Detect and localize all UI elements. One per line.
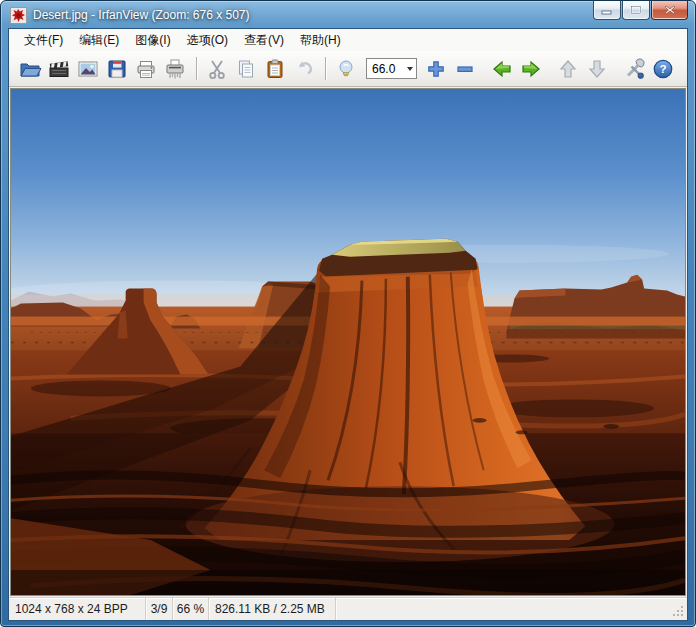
properties-tools-icon	[622, 57, 646, 81]
toolbar-separator	[325, 57, 326, 80]
image-canvas[interactable]	[10, 88, 686, 596]
thumbnails-button[interactable]	[74, 55, 102, 83]
restore-button[interactable]	[622, 1, 650, 20]
resize-grip[interactable]	[673, 606, 685, 618]
copy-button[interactable]	[232, 55, 260, 83]
irfanview-window: Desert.jpg - IrfanView (Zoom: 676 x 507)…	[0, 0, 696, 627]
open-button[interactable]	[16, 55, 44, 83]
zoom-out-button[interactable]	[451, 55, 479, 83]
page-up-button[interactable]	[554, 55, 582, 83]
save-button[interactable]	[103, 55, 131, 83]
window-controls	[592, 1, 688, 20]
toolbar: 66.0	[9, 51, 687, 87]
desert-photo	[11, 89, 685, 595]
next-image-icon	[519, 57, 543, 81]
next-image-button[interactable]	[517, 55, 545, 83]
svg-text:?: ?	[659, 63, 666, 75]
zoom-out-icon	[453, 57, 477, 81]
menu-edit[interactable]: 编辑(E)	[71, 29, 127, 52]
titlebar[interactable]: Desert.jpg - IrfanView (Zoom: 676 x 507)	[1, 1, 695, 29]
menu-image[interactable]: 图像(I)	[127, 29, 178, 52]
zoom-in-icon	[424, 57, 448, 81]
menu-file[interactable]: 文件(F)	[16, 29, 71, 52]
window-title: Desert.jpg - IrfanView (Zoom: 676 x 507)	[33, 8, 250, 22]
slideshow-button[interactable]	[45, 55, 73, 83]
minimize-icon	[601, 6, 613, 15]
previous-image-icon	[490, 57, 514, 81]
copy-icon	[234, 57, 258, 81]
status-empty-panel	[336, 598, 687, 620]
statusbar: 1024 x 768 x 24 BPP 3/9 66 % 826.11 KB /…	[9, 597, 687, 620]
hint-bulb-icon	[334, 57, 358, 81]
delete-shredder-icon	[163, 57, 187, 81]
print-button[interactable]	[132, 55, 160, 83]
cut-icon	[205, 57, 229, 81]
client-area: 文件(F) 编辑(E) 图像(I) 选项(O) 查看(V) 帮助(H)	[9, 29, 687, 620]
undo-icon	[292, 57, 316, 81]
irfanview-logo-icon	[10, 7, 27, 24]
print-icon	[134, 57, 158, 81]
menu-help[interactable]: 帮助(H)	[292, 29, 349, 52]
toolbar-separator	[196, 57, 197, 80]
menubar: 文件(F) 编辑(E) 图像(I) 选项(O) 查看(V) 帮助(H)	[9, 29, 687, 51]
zoom-dropdown-button[interactable]	[403, 59, 416, 78]
zoom-value: 66.0	[367, 62, 403, 76]
paste-button[interactable]	[261, 55, 289, 83]
status-file-size: 826.11 KB / 2.25 MB	[209, 598, 336, 620]
help-icon: ?	[651, 57, 675, 81]
chevron-down-icon	[407, 67, 413, 71]
cut-button[interactable]	[203, 55, 231, 83]
menu-options[interactable]: 选项(O)	[179, 29, 236, 52]
close-button[interactable]	[651, 1, 688, 20]
zoom-combobox[interactable]: 66.0	[366, 58, 417, 79]
status-image-dimensions: 1024 x 768 x 24 BPP	[9, 598, 146, 620]
menu-view[interactable]: 查看(V)	[236, 29, 292, 52]
minimize-button[interactable]	[593, 1, 621, 20]
hint-button[interactable]	[332, 55, 360, 83]
thumbnails-icon	[76, 57, 100, 81]
page-up-icon	[556, 57, 580, 81]
previous-image-button[interactable]	[488, 55, 516, 83]
close-icon	[664, 5, 676, 15]
restore-icon	[630, 5, 642, 15]
slideshow-icon	[47, 57, 71, 81]
save-icon	[105, 57, 129, 81]
undo-button[interactable]	[290, 55, 318, 83]
paste-icon	[263, 57, 287, 81]
zoom-in-button[interactable]	[422, 55, 450, 83]
status-zoom-percent: 66 %	[173, 598, 209, 620]
delete-button[interactable]	[161, 55, 189, 83]
open-folder-icon	[18, 57, 42, 81]
page-down-button[interactable]	[583, 55, 611, 83]
status-image-index: 3/9	[146, 598, 173, 620]
page-down-icon	[585, 57, 609, 81]
properties-button[interactable]	[620, 55, 648, 83]
help-button[interactable]: ?	[649, 55, 677, 83]
